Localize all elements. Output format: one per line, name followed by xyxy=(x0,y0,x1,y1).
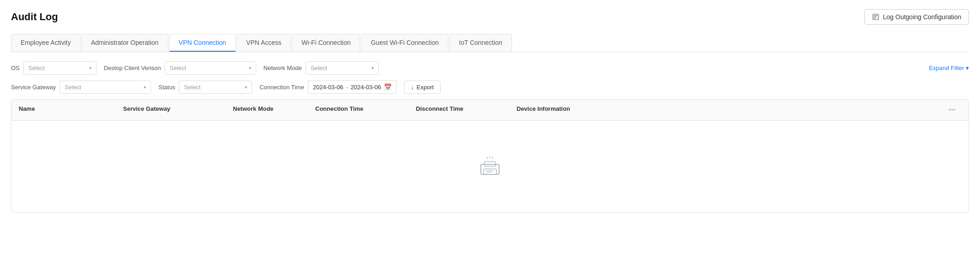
page-header: Audit Log Log Outgoing Configuration xyxy=(11,9,969,25)
service-gateway-chevron-icon: ▾ xyxy=(144,85,146,90)
os-filter-group: OS Select ▾ xyxy=(11,61,97,75)
tab-guest-wifi-connection[interactable]: Guest Wi-Fi Connection xyxy=(361,34,448,52)
tab-iot-connection[interactable]: IoT Connection xyxy=(449,34,512,52)
col-disconnect-time: Disconnect Time xyxy=(412,105,513,115)
status-select[interactable]: Select ▾ xyxy=(179,81,252,94)
calendar-icon[interactable]: 📅 xyxy=(384,83,392,91)
filter-row-1: OS Select ▾ Destop Client Verison Select… xyxy=(11,61,969,75)
connection-time-filter-group: Connection Time 2024-03-06 - 2024-03-06 … xyxy=(259,80,397,94)
tab-administrator-operation[interactable]: Administrator Operation xyxy=(81,34,168,52)
status-label: Status xyxy=(158,84,175,91)
table-header: Name Service Gateway Network Mode Connec… xyxy=(11,100,969,121)
connection-time-label: Connection Time xyxy=(259,84,304,91)
export-button[interactable]: ↓ Export xyxy=(404,81,441,94)
service-gateway-label: Service Gateway xyxy=(11,84,56,91)
date-range-separator: - xyxy=(346,84,348,91)
col-name: Name xyxy=(19,105,119,115)
svg-point-7 xyxy=(487,157,488,159)
data-table: Name Service Gateway Network Mode Connec… xyxy=(11,99,969,213)
tabs-bar: Employee Activity Administrator Operatio… xyxy=(11,34,969,52)
connection-time-end-date: 2024-03-06 xyxy=(351,84,382,91)
desktop-client-version-label: Destop Client Verison xyxy=(104,65,161,71)
os-select-value: Select xyxy=(28,65,86,71)
svg-point-9 xyxy=(492,157,494,159)
network-mode-value: Select xyxy=(311,65,369,71)
network-mode-filter-group: Network Mode Select ▾ xyxy=(264,61,379,75)
network-mode-label: Network Mode xyxy=(264,65,302,71)
page-title: Audit Log xyxy=(11,11,58,23)
desktop-client-version-chevron-icon: ▾ xyxy=(249,65,251,70)
service-gateway-select[interactable]: Select ▾ xyxy=(59,81,151,94)
filter-row-2: Service Gateway Select ▾ Status Select ▾… xyxy=(11,80,969,94)
export-label: Export xyxy=(417,84,434,91)
status-filter-group: Status Select ▾ xyxy=(158,81,252,94)
col-device-information: Device Information xyxy=(513,105,943,115)
os-label: OS xyxy=(11,65,20,71)
os-select[interactable]: Select ▾ xyxy=(23,61,97,75)
svg-point-8 xyxy=(490,157,491,158)
column-more-icon[interactable]: ··· xyxy=(943,105,961,115)
export-arrow-icon: ↓ xyxy=(411,84,414,91)
desktop-client-version-filter-group: Destop Client Verison Select ▾ xyxy=(104,61,256,75)
network-mode-select[interactable]: Select ▾ xyxy=(306,61,379,75)
expand-filter-label: Expand Filter xyxy=(929,65,964,71)
desktop-client-version-value: Select xyxy=(170,65,246,71)
log-outgoing-label: Log Outgoing Configuration xyxy=(883,13,961,21)
connection-time-date-range[interactable]: 2024-03-06 - 2024-03-06 📅 xyxy=(308,80,397,94)
col-service-gateway: Service Gateway xyxy=(119,105,229,115)
status-chevron-icon: ▾ xyxy=(245,85,247,90)
tab-vpn-access[interactable]: VPN Access xyxy=(237,34,291,52)
empty-state xyxy=(476,155,504,178)
svg-rect-5 xyxy=(484,169,496,174)
desktop-client-version-select[interactable]: Select ▾ xyxy=(165,61,256,75)
log-outgoing-icon xyxy=(872,13,879,21)
tab-vpn-connection[interactable]: VPN Connection xyxy=(169,34,236,52)
tab-wifi-connection[interactable]: Wi-Fi Connection xyxy=(292,34,360,52)
os-chevron-icon: ▾ xyxy=(89,65,92,70)
col-connection-time: Connection Time xyxy=(312,105,412,115)
table-body xyxy=(11,121,969,212)
log-outgoing-button[interactable]: Log Outgoing Configuration xyxy=(864,9,969,25)
service-gateway-filter-group: Service Gateway Select ▾ xyxy=(11,81,151,94)
connection-time-start-date: 2024-03-06 xyxy=(313,84,344,91)
expand-filter-chevron-icon: ▾ xyxy=(966,65,969,71)
service-gateway-value: Select xyxy=(65,84,141,91)
status-value: Select xyxy=(184,84,242,91)
tab-employee-activity[interactable]: Employee Activity xyxy=(11,34,81,52)
expand-filter-button[interactable]: Expand Filter ▾ xyxy=(929,65,969,71)
col-network-mode: Network Mode xyxy=(229,105,312,115)
network-mode-chevron-icon: ▾ xyxy=(372,65,374,70)
empty-state-icon xyxy=(476,155,504,178)
